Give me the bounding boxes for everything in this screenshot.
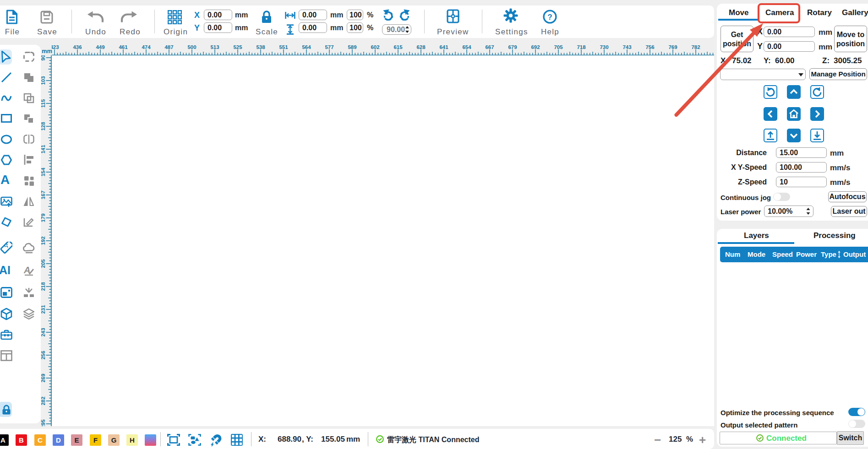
svg-text:615: 615 xyxy=(393,44,403,50)
svg-text:589: 589 xyxy=(348,44,356,50)
svg-text:500: 500 xyxy=(187,44,196,50)
svg-text:564: 564 xyxy=(302,44,311,50)
svg-text:718: 718 xyxy=(577,44,586,50)
svg-text:282: 282 xyxy=(41,396,46,405)
svg-text:705: 705 xyxy=(554,44,563,50)
svg-text:525: 525 xyxy=(233,44,242,50)
svg-text:513: 513 xyxy=(210,44,219,50)
svg-text:218: 218 xyxy=(41,282,46,291)
svg-text:128: 128 xyxy=(41,122,46,131)
svg-text:551: 551 xyxy=(279,44,288,50)
svg-text:269: 269 xyxy=(41,373,46,382)
svg-text:692: 692 xyxy=(531,44,540,50)
svg-text:243: 243 xyxy=(41,328,46,336)
svg-text:115: 115 xyxy=(41,99,46,108)
svg-text:461: 461 xyxy=(119,44,128,50)
svg-text:295: 295 xyxy=(41,419,46,426)
svg-text:743: 743 xyxy=(622,44,631,50)
svg-text:103: 103 xyxy=(41,76,46,85)
svg-text:179: 179 xyxy=(41,213,46,222)
svg-text:474: 474 xyxy=(142,44,151,50)
svg-text:730: 730 xyxy=(600,44,608,50)
svg-text:756: 756 xyxy=(645,44,654,50)
svg-text:167: 167 xyxy=(41,190,46,199)
svg-text:436: 436 xyxy=(73,44,82,50)
svg-text:641: 641 xyxy=(439,44,448,50)
svg-text:449: 449 xyxy=(96,44,104,50)
svg-text:628: 628 xyxy=(416,44,426,50)
svg-text:154: 154 xyxy=(41,168,46,177)
svg-text:769: 769 xyxy=(668,44,677,50)
svg-text:423: 423 xyxy=(52,44,59,50)
svg-text:90: 90 xyxy=(41,55,46,60)
svg-text:667: 667 xyxy=(485,44,494,50)
svg-text:141: 141 xyxy=(41,145,46,154)
svg-text:256: 256 xyxy=(41,351,46,359)
svg-text:782: 782 xyxy=(691,44,700,50)
svg-text:487: 487 xyxy=(164,44,173,50)
svg-text:538: 538 xyxy=(256,44,265,50)
svg-text:577: 577 xyxy=(325,44,333,50)
svg-text:?: ? xyxy=(547,13,552,22)
svg-text:679: 679 xyxy=(508,44,517,50)
svg-text:654: 654 xyxy=(462,44,471,50)
svg-text:602: 602 xyxy=(371,44,379,50)
svg-text:231: 231 xyxy=(41,305,46,314)
svg-text:192: 192 xyxy=(41,236,46,245)
svg-text:205: 205 xyxy=(41,259,46,268)
